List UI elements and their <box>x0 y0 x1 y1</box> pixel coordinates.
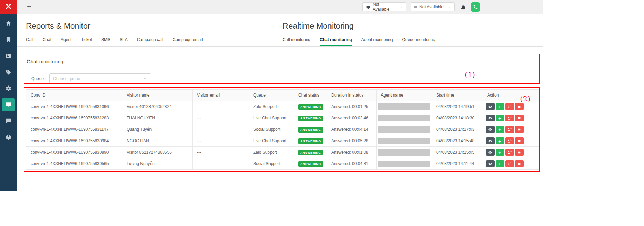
transfer-conversation-button[interactable] <box>505 149 514 156</box>
reports-tab-sms[interactable]: SMS <box>101 37 110 46</box>
queue-cell: Social Support <box>249 158 294 170</box>
monitoring-tabs: Call monitoringChat monitoringAgent moni… <box>283 37 435 46</box>
stop-conversation-button[interactable] <box>515 126 524 133</box>
monitoring-panel-header: Realtime Monitoring Call monitoringChat … <box>283 21 435 46</box>
chat-monitoring-section-title: Chat monitoring <box>27 58 63 64</box>
chevron-down-icon <box>143 76 147 81</box>
join-conversation-button[interactable]: + <box>496 149 504 156</box>
visitor-email-cell <box>193 124 249 135</box>
agent-name-redacted <box>378 103 430 110</box>
reports-tab-campaign-call[interactable]: Campaign call <box>137 37 163 46</box>
status-badge: ANSWERING <box>298 127 323 133</box>
transfer-conversation-button[interactable] <box>505 137 514 144</box>
start-time-cell: 04/08/2023 14:18:30 <box>432 112 483 124</box>
stop-conversation-button[interactable] <box>515 103 524 110</box>
device-status-value: Not Available <box>373 2 397 12</box>
transfer-conversation-button[interactable] <box>505 160 514 167</box>
section-divider <box>26 69 538 69</box>
device-status-dropdown[interactable]: Not Available <box>362 2 406 11</box>
app-logo[interactable] <box>0 0 17 14</box>
reports-tab-ticket[interactable]: Ticket <box>81 37 92 46</box>
chat-monitoring-table: Conv IDVisitor nameVisitor emailQueueCha… <box>26 89 539 170</box>
join-conversation-button[interactable]: + <box>496 126 504 133</box>
transfer-icon <box>507 116 512 120</box>
stop-conversation-button[interactable] <box>515 115 524 121</box>
reports-tab-call[interactable]: Call <box>26 37 33 46</box>
join-conversation-button[interactable]: + <box>496 103 504 110</box>
view-conversation-button[interactable] <box>486 160 495 167</box>
sidebar-item-home[interactable] <box>0 15 17 31</box>
view-conversation-button[interactable] <box>486 115 495 121</box>
agent-name-cell <box>377 158 432 170</box>
queue-cell: Zalo Support <box>249 101 294 112</box>
sidebar-item-chat[interactable] <box>0 113 17 129</box>
view-conversation-button[interactable] <box>486 126 495 133</box>
sidebar-item-tag[interactable] <box>0 64 17 80</box>
monitoring-icon <box>2 98 15 111</box>
package-icon <box>2 131 15 144</box>
sidebar-item-contacts[interactable] <box>0 48 17 64</box>
view-conversation-button[interactable] <box>486 137 495 144</box>
agent-status-value: Not Available <box>419 4 444 9</box>
building-icon <box>2 33 15 46</box>
plus-icon: + <box>498 104 501 109</box>
table-row: conv-vn-1-4XXNFLIWW6-1690755830890Visito… <box>26 147 539 158</box>
sidebar-item-monitoring[interactable] <box>0 97 17 113</box>
monitor-icon <box>366 5 370 9</box>
duration-cell: Answered: 00:04:14 <box>327 124 377 135</box>
transfer-icon <box>507 150 512 155</box>
reports-tab-agent[interactable]: Agent <box>61 37 71 46</box>
conv-id-cell: conv-vn-1-4XXNFLIWW6-1690755831283 <box>26 112 122 124</box>
agent-name-cell <box>377 101 432 112</box>
conv-id-cell: conv-vn-1-4XXNFLIWW6-1690755831147 <box>26 124 122 135</box>
reports-tab-chat[interactable]: Chat <box>43 37 51 46</box>
reports-tab-sla[interactable]: SLA <box>120 37 128 46</box>
queue-cell: Live Chat Support <box>249 135 294 147</box>
stop-conversation-button[interactable] <box>515 137 524 144</box>
transfer-conversation-button[interactable] <box>505 115 514 121</box>
view-conversation-button[interactable] <box>486 103 495 110</box>
view-conversation-button[interactable] <box>486 149 495 156</box>
monitoring-tab-call-monitoring[interactable]: Call monitoring <box>283 37 310 46</box>
stop-conversation-button[interactable] <box>515 160 524 167</box>
reports-title: Reports & Monitor <box>26 21 203 31</box>
stop-conversation-button[interactable] <box>515 149 524 156</box>
chat-icon <box>2 115 15 128</box>
table-row: conv-vn-1-4XXNFLIWW6-1690755831283THAI N… <box>26 112 539 124</box>
table-row: conv-vn-1-4XXNFLIWW6-1690755831396Visito… <box>26 101 539 112</box>
contacts-icon <box>2 49 15 63</box>
new-tab-button[interactable]: + <box>27 3 31 10</box>
table-row: conv-vn-1-4XXNFLIWW6-1690755831147Quang … <box>26 124 539 135</box>
action-cell: + <box>483 124 539 135</box>
stop-icon <box>517 150 522 155</box>
duration-cell: Answered: 00:02:46 <box>327 112 377 124</box>
plus-icon: + <box>498 116 501 121</box>
transfer-conversation-button[interactable] <box>505 103 514 110</box>
duration-cell: Answered: 00:05:28 <box>327 135 377 147</box>
sidebar-item-building[interactable] <box>0 31 17 48</box>
column-header-action: Action <box>483 90 539 101</box>
notifications-bell-icon[interactable] <box>460 4 466 10</box>
stop-icon <box>517 116 522 120</box>
monitoring-tab-agent-monitoring[interactable]: Agent monitoring <box>361 37 393 46</box>
action-cell: + <box>483 135 539 147</box>
queue-select[interactable]: Choose queue <box>49 73 151 83</box>
sidebar-item-settings[interactable] <box>0 80 17 97</box>
reports-tabs: CallChatAgentTicketSMSSLACampaign callCa… <box>26 37 203 46</box>
duration-cell: Answered: 00:01:25 <box>327 101 377 112</box>
monitoring-tab-queue-monitoring[interactable]: Queue monitoring <box>402 37 435 46</box>
sidebar-item-package[interactable] <box>0 129 17 145</box>
transfer-icon <box>507 162 512 166</box>
status-dot-icon <box>414 6 417 8</box>
reports-tab-campaign-email[interactable]: Campaign email <box>173 37 203 46</box>
visitor-email-cell: --- <box>193 147 249 158</box>
plus-icon: + <box>498 150 501 155</box>
phone-button[interactable] <box>471 2 480 12</box>
agent-status-dropdown[interactable]: Not Available <box>411 2 455 11</box>
join-conversation-button[interactable]: + <box>496 137 504 144</box>
join-conversation-button[interactable]: + <box>496 160 504 167</box>
transfer-conversation-button[interactable] <box>505 126 514 133</box>
join-conversation-button[interactable]: + <box>496 115 504 121</box>
monitoring-tab-chat-monitoring[interactable]: Chat monitoring <box>320 37 352 46</box>
start-time-cell: 04/08/2023 14:15:05 <box>432 147 483 158</box>
